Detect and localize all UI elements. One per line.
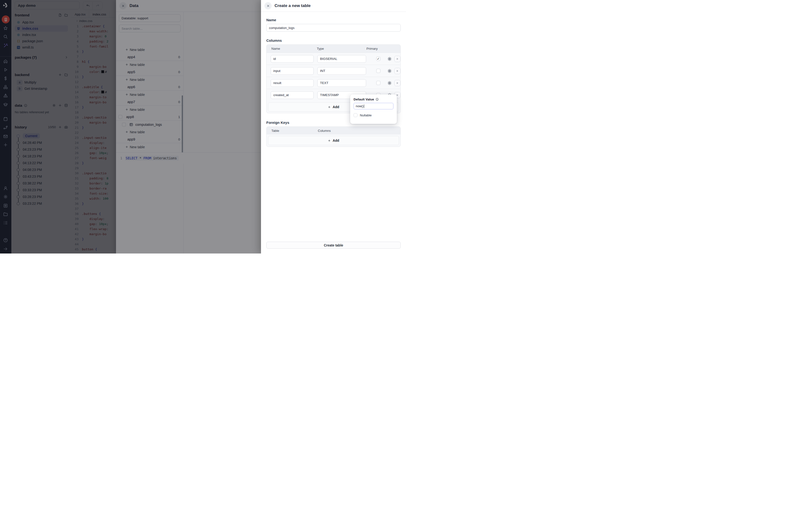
column-type-input[interactable]: TEXT [317,79,366,87]
columns-table-header: Name Type Primary [266,45,400,53]
info-icon [375,98,379,101]
x-icon [396,70,399,72]
create-table-backdrop[interactable] [0,0,261,253]
nullable-checkbox[interactable] [354,113,357,117]
nullable-label: Nullable [360,113,372,117]
column-name-input[interactable]: result [271,79,314,87]
add-fk-label: Add [333,138,339,143]
x-icon [396,82,399,84]
column-settings-icon[interactable] [387,56,392,61]
plus-icon [328,106,331,109]
fk-table-header: Table Columns [266,127,400,134]
col-header-primary: Primary [366,47,378,50]
foreign-keys-table: Table Columns Add [266,126,401,147]
plus-icon [328,139,331,142]
column-name-input[interactable]: created_at [271,91,314,99]
windmill-app-editor: App demo frontend App.tsxindex.cssindex.… [0,0,406,253]
col-header-name: Name [271,47,280,50]
columns-label: Columns [266,38,401,43]
col-header-type: Type [317,47,324,50]
fk-header-columns: Columns [318,129,331,132]
remove-column-button[interactable] [394,68,400,74]
x-icon [396,58,399,60]
close-create-table-button[interactable] [264,2,272,9]
name-label: Name [266,18,401,22]
primary-checkbox[interactable]: ✓ [376,57,380,61]
create-table-title: Create a new table [274,3,311,8]
column-type-input[interactable]: INT [317,67,366,75]
table-name-input[interactable]: computation_logs [266,24,401,32]
create-table-button[interactable]: Create table [266,242,401,249]
create-table-drawer: Create a new table Name computation_logs… [261,0,406,253]
add-column-label: Add [333,105,339,109]
add-foreign-key-button[interactable]: Add [268,136,399,145]
primary-checkbox[interactable] [376,81,380,85]
column-type-input[interactable]: BIGSERIAL [317,55,366,63]
column-settings-icon[interactable] [387,68,392,73]
default-value-input[interactable]: now() [354,103,394,109]
column-settings-icon[interactable] [387,80,392,86]
remove-column-button[interactable] [394,80,400,86]
default-value-label: Default Value [354,98,374,101]
column-name-input[interactable]: id [271,55,314,63]
close-icon [266,4,270,7]
remove-column-button[interactable] [394,56,400,62]
fk-header-table: Table [271,129,279,132]
column-settings-popup: Default Value now() Nullable [350,95,397,124]
create-table-header: Create a new table [261,0,406,12]
primary-checkbox[interactable] [376,69,380,73]
column-name-input[interactable]: input [271,67,314,75]
column-row-result: resultTEXT [266,77,400,89]
column-row-input: inputINT [266,65,400,77]
default-value-text: now() [356,104,364,108]
column-row-id: idBIGSERIAL✓ [266,53,400,65]
